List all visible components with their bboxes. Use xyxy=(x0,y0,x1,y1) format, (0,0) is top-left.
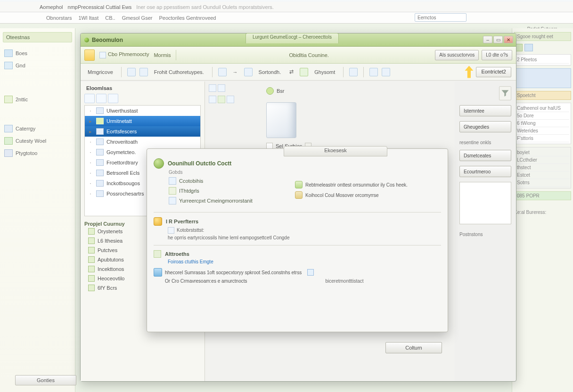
expand-icon[interactable]: · xyxy=(88,139,93,145)
toolbar-icon[interactable] xyxy=(244,68,253,76)
bg-bottom-button[interactable]: Gonties xyxy=(15,375,76,385)
bg-sidebar-item[interactable]: Gnd xyxy=(3,59,72,72)
bg-menubar-a: Aomephol nmpPrecessical Cuttial Ews Iner… xyxy=(0,2,573,12)
menubar-item[interactable]: Mormis xyxy=(154,52,171,58)
bg-search-input[interactable] xyxy=(415,13,467,22)
nav-tool-icon[interactable] xyxy=(108,94,118,103)
bg-tool-item[interactable]: Peoctoriles Gentnroveed xyxy=(159,15,216,21)
titlebar: Beoomulon Lurgunt GeumeEocgt – Cheroeect… xyxy=(81,33,516,47)
expand-icon[interactable]: · xyxy=(88,180,93,186)
maximize-button[interactable]: ▭ xyxy=(493,36,503,43)
bg-sidebar-item[interactable]: Ptygtotoo xyxy=(3,147,72,159)
folder-icon xyxy=(4,49,13,57)
title-tab[interactable]: Lurgunt GeumeEocgt – Cheroeecttols xyxy=(246,33,339,43)
expand-icon[interactable]: ▸ xyxy=(88,118,93,124)
bg-menu-item[interactable]: Aomephol xyxy=(40,4,63,10)
side-listbox[interactable] xyxy=(459,182,511,224)
side-button[interactable]: Gheugedies xyxy=(459,121,511,132)
arrow-up-icon[interactable] xyxy=(465,66,473,78)
nav-tool-icon[interactable] xyxy=(96,94,106,103)
minimize-button[interactable]: – xyxy=(483,36,492,43)
side-button[interactable]: Ecourtmeroo xyxy=(459,166,511,177)
menubar-item[interactable]: Obidltia Counine. xyxy=(289,52,329,58)
funnel-icon[interactable] xyxy=(499,86,511,100)
tools-icon xyxy=(169,187,176,195)
side-button[interactable]: Dsmetceates xyxy=(459,150,511,161)
side-button[interactable]: Istemntee xyxy=(459,105,511,116)
bg-sidebar-item[interactable]: Boes xyxy=(3,47,72,59)
dialog-section-heading: I R Pverfterrs xyxy=(154,217,441,226)
close-button[interactable]: ✕ xyxy=(504,36,513,43)
menubar-button[interactable]: Als suscuctorvos xyxy=(435,50,479,60)
bg-tool-item[interactable]: Obnorstars xyxy=(46,15,72,21)
bg-tool-item[interactable]: Gmesol Gser xyxy=(122,15,153,21)
bg-sidebar-item[interactable]: Caterrgy xyxy=(3,122,72,135)
nav-sub-label: Incekttonos xyxy=(98,266,124,272)
separator xyxy=(363,67,364,77)
bg-menubar-b: Obnorstars 1Wl Itast CB.. Gmesol Gser Pe… xyxy=(0,12,573,24)
bg-sidebar-item[interactable]: 2nttic xyxy=(3,93,72,106)
nav-sub-label: Putctves xyxy=(98,247,117,253)
mini-icon[interactable] xyxy=(218,84,225,92)
toolbar-item[interactable]: Mmgricove xyxy=(85,66,115,78)
dialog-status-label: biceretmontttistact xyxy=(326,278,364,284)
document-icon xyxy=(84,49,95,61)
bg-right-list: 2 Pfeetos xyxy=(514,54,571,65)
tree-node[interactable]: ▸Eorttsfescers xyxy=(85,126,200,137)
recycle-icon xyxy=(154,158,164,169)
toolbar-button[interactable]: Eontrictet2 xyxy=(476,67,511,77)
db-icon xyxy=(295,191,303,199)
dialog-right-column: Rebtmeleastrir onttest orrsunmutior ily … xyxy=(295,181,408,202)
expand-icon[interactable]: · xyxy=(88,191,93,196)
tree-node-label: Betrsorell Ecls xyxy=(106,170,139,176)
toolbar-icon[interactable] xyxy=(369,68,378,76)
mini-icon[interactable] xyxy=(209,96,216,103)
toolbar-item[interactable]: Sortondh. xyxy=(256,66,284,78)
nav-tool-icon[interactable] xyxy=(84,94,95,103)
bg-tool-item[interactable]: 1Wl Itast xyxy=(78,15,98,21)
expand-icon[interactable]: ▸ xyxy=(88,129,93,135)
mini-icon[interactable] xyxy=(218,96,225,103)
panel-mini-toolbar xyxy=(209,96,234,103)
dialog-tab[interactable]: Ekoesesk xyxy=(284,146,387,156)
bg-sidebar-item[interactable]: Cutesty Woel xyxy=(3,135,72,147)
nav-mini-toolbar xyxy=(84,94,201,103)
menubar: Cbo Phmemoocty Mormis Obidltia Counine. … xyxy=(81,47,516,64)
expand-icon[interactable]: · xyxy=(88,149,93,155)
toolbar-icon[interactable] xyxy=(349,68,358,76)
tree-node[interactable]: ·Chroveritoath xyxy=(85,137,200,147)
mini-icon[interactable] xyxy=(227,96,234,103)
menubar-item[interactable]: Cbo Phmemoocty xyxy=(99,51,149,58)
dialog-section-heading: Alttroeths xyxy=(154,250,441,258)
expand-icon[interactable]: · xyxy=(88,170,93,176)
toolbar-icon[interactable] xyxy=(127,68,136,76)
separator xyxy=(343,67,344,77)
bg-right-block[interactable]: Sgooe rought eet xyxy=(514,32,571,41)
globe-icon xyxy=(4,137,13,145)
toolbar-item[interactable]: ⇄ xyxy=(287,66,296,78)
menubar-button[interactable]: L0 dte o?s xyxy=(482,50,512,60)
expand-icon[interactable]: · xyxy=(88,108,93,114)
chart-icon xyxy=(4,149,13,157)
expand-icon[interactable]: · xyxy=(88,160,93,165)
bg-menu-item[interactable]: nmpPrecessical Cuttial Ews xyxy=(68,4,132,10)
toolbar-icon[interactable] xyxy=(382,68,390,76)
bg-tool-item[interactable]: CB.. xyxy=(105,15,115,21)
dialog-ok-button[interactable]: Colturn xyxy=(385,342,442,353)
nav-sub-label: Orystenets xyxy=(98,229,123,234)
toolbar-icon[interactable] xyxy=(300,68,308,76)
page-icon xyxy=(169,177,176,185)
dialog-link[interactable]: Foiroas ctuthis Emgte xyxy=(168,259,441,264)
toolbar-item[interactable]: Frohit Cuthoretuypes. xyxy=(152,66,206,78)
tree-node[interactable]: ·Ulwerthustast xyxy=(85,106,200,116)
toolbar-icon[interactable] xyxy=(139,68,148,76)
bg-menu-item: Iner ose ap ppesstisem sard Ounduil Oule… xyxy=(136,4,274,10)
tree-node[interactable]: ▸Urmitnetatt xyxy=(85,116,200,126)
toolbar-icon[interactable] xyxy=(218,68,227,76)
toolbar-item[interactable]: → xyxy=(230,66,240,78)
bg-sidebar: Oteestnas Boes Gnd 2nttic Caterrgy Cutes… xyxy=(0,28,75,392)
bg-right-badge: 085 POPR xyxy=(514,191,571,200)
toolbar-item[interactable]: Ghysomt xyxy=(312,66,337,78)
bullet-icon xyxy=(88,228,95,235)
mini-icon[interactable] xyxy=(209,84,216,92)
